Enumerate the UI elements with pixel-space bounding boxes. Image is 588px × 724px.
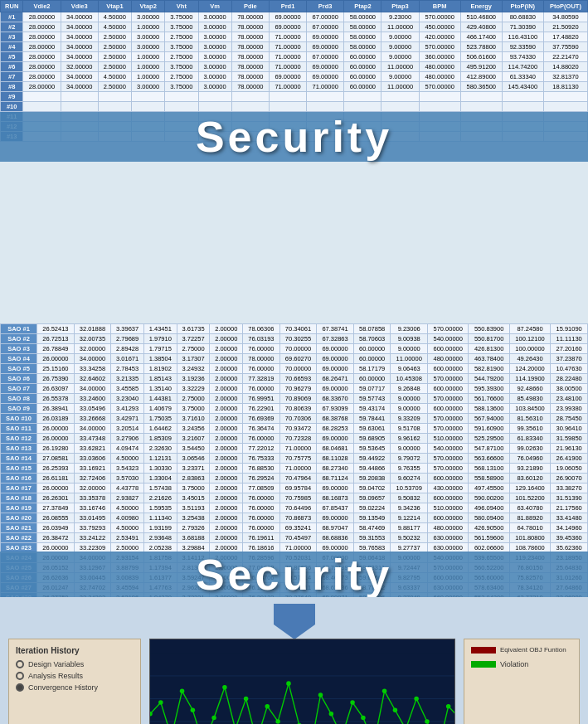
sao-table-cell: 69.00000: [317, 483, 354, 493]
chart-area: [149, 639, 455, 724]
sao-table-cell: 76.00000: [243, 513, 280, 523]
sao-table-cell: 33.79293: [74, 523, 111, 533]
table-cell: 71.00000: [307, 82, 344, 92]
table-cell: 116.43100: [502, 32, 543, 42]
table-cell: 3.00000: [198, 42, 231, 52]
table-cell: 78.00000: [231, 82, 269, 92]
sao-table-cell: 26.00000: [37, 424, 75, 434]
table-cell: 11.00000: [381, 62, 419, 72]
sao-table-cell: 2.00000: [210, 523, 243, 533]
sao-table-cell: 77.08509: [243, 483, 280, 493]
sao-table-cell: 21.17560: [551, 503, 588, 513]
bottom-chart-section: Iteration History Design Variables Analy…: [0, 630, 588, 724]
sao-table-cell: 69.60270: [279, 354, 317, 364]
table-cell: 71.00000: [269, 42, 306, 52]
sao-table-cell: 59.02224: [353, 503, 391, 513]
table-cell: [165, 92, 198, 102]
sao-table-cell: 70.72328: [279, 434, 317, 444]
table-cell: 466.17400: [460, 32, 502, 42]
sao-table-cell: 547.87100: [469, 444, 509, 454]
sao-table-cell: 68.68836: [317, 533, 354, 543]
legend-color-violation: [471, 661, 496, 668]
sao-table-cell: 9.12214: [391, 513, 428, 523]
sao-table-cell: 9.76355: [391, 464, 428, 474]
sao-table-cell: 68.33670: [317, 394, 354, 404]
table-cell: 58.00000: [344, 12, 381, 22]
sao-table-cell: 70.93472: [279, 424, 317, 434]
sao-table-cell: 2.00000: [210, 503, 243, 513]
sao-table-cell: 33.38270: [551, 483, 588, 493]
sao-row-header: SAO #1: [1, 324, 37, 334]
table-cell: 71.00000: [269, 62, 306, 72]
sao-table-cell: 26.03189: [37, 414, 75, 424]
table-cell: 37.75590: [543, 42, 587, 52]
table-cell: 71.00000: [269, 32, 306, 42]
table-cell: 2.50000: [98, 32, 131, 42]
table-cell: 34.00000: [61, 82, 98, 92]
table-cell: 9.23000: [381, 12, 419, 22]
sao-table-cell: 28.75450: [551, 414, 588, 424]
row-header: #4: [1, 42, 23, 52]
sao-table-cell: 9.26848: [391, 384, 428, 394]
table-cell: 580.36500: [460, 82, 502, 92]
sao-table-cell: 70.86873: [279, 513, 317, 523]
table-cell: 510.46800: [460, 12, 502, 22]
col-header-prd3: Prd3: [307, 1, 344, 12]
sao-table-cell: 3.23371: [177, 464, 210, 474]
col-header-ptap3: Ptap3: [381, 1, 419, 12]
col-header-ptop-in: PtoP(IN): [502, 1, 543, 12]
sao-table-cell: 103.84500: [509, 404, 550, 414]
sao-table-cell: 26.38941: [37, 404, 75, 414]
sao-table-cell: 30.96410: [551, 424, 588, 434]
sao-table-cell: 550.81700: [469, 334, 509, 344]
sao-table-cell: 76.03193: [243, 334, 280, 344]
sao-table-cell: 34.00000: [74, 384, 111, 394]
sao-table-cell: 19.06050: [551, 464, 588, 474]
sao-table-cell: 68.28253: [317, 424, 354, 434]
table-cell: 28.00000: [23, 12, 61, 22]
sao-table-cell: 3.54450: [177, 444, 210, 454]
sao-table-cell: 570.00000: [428, 414, 469, 424]
table-cell: 3.75000: [165, 42, 198, 52]
legend-label-design: Design Variables: [28, 660, 84, 668]
sao-table-cell: 630.00000: [428, 533, 469, 543]
sao-table-cell: 26.52413: [37, 324, 75, 334]
sao-table-cell: 59.31553: [353, 533, 391, 543]
sao-table-cell: 26.61181: [37, 474, 75, 483]
svg-point-29: [393, 707, 398, 712]
row-header: #9: [1, 92, 23, 102]
sao-table-cell: 114.19900: [509, 374, 550, 384]
table-cell: [502, 102, 543, 112]
sao-table-cell: 4.50000: [111, 454, 144, 464]
svg-point-15: [244, 697, 249, 702]
sao-table-cell: 10.45308: [391, 374, 428, 384]
sao-table-cell: 23.48100: [551, 394, 588, 404]
table-cell: [61, 102, 98, 112]
sao-table-cell: 76.75333: [243, 454, 280, 464]
sao-table-cell: 70.45497: [279, 533, 317, 543]
table-cell: 412.89000: [460, 72, 502, 82]
sao-table-cell: 600.00000: [428, 493, 469, 503]
sao-table-cell: 31.51390: [551, 493, 588, 503]
sao-table-cell: 68.04681: [317, 444, 354, 454]
table-cell: 69.00000: [307, 72, 344, 82]
sao-table-cell: 32.00000: [74, 483, 111, 493]
svg-point-12: [211, 716, 216, 721]
table-cell: 480.00000: [419, 62, 460, 72]
sao-row-header: SAO #3: [1, 344, 37, 354]
sao-table-cell: 3.24356: [177, 424, 210, 434]
table-cell: 570.00000: [419, 82, 460, 92]
sao-table-cell: 59.20838: [353, 474, 391, 483]
svg-point-22: [318, 692, 323, 697]
table-cell: 1.00000: [132, 22, 165, 32]
sao-table-cell: 9.00000: [391, 394, 428, 404]
sao-table-cell: 480.00000: [428, 354, 469, 364]
legend-label-violation: Violation: [500, 660, 528, 668]
table-cell: 570.00000: [419, 12, 460, 22]
sao-table-cell: 563.66600: [469, 454, 509, 464]
sao-table-cell: 1.97910: [143, 334, 177, 344]
sao-table-cell: 76.00000: [243, 364, 280, 374]
sao-table-cell: 70.00000: [279, 364, 317, 374]
sao-table-cell: 59.13549: [353, 513, 391, 523]
table-cell: 34.00000: [61, 32, 98, 42]
